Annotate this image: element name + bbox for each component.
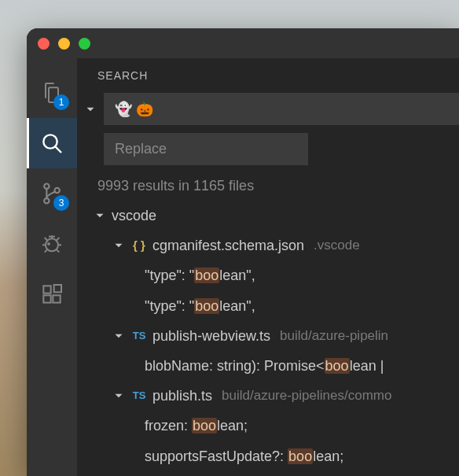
window-body: 1 3 <box>27 58 459 476</box>
chevron-down-icon[interactable] <box>112 329 126 343</box>
tree-file-row[interactable]: TS publish-webview.ts build/azure-pipeli… <box>82 321 459 351</box>
chevron-down-icon[interactable] <box>93 208 107 223</box>
file-path: .vscode <box>314 233 360 258</box>
svg-point-0 <box>43 135 57 148</box>
activity-bar: 1 3 <box>27 58 77 476</box>
match-highlight: boo <box>194 268 219 283</box>
replace-row <box>77 125 459 165</box>
match-highlight: boo <box>288 448 313 464</box>
json-file-icon: { } <box>130 234 148 257</box>
results-summary: 9993 results in 1165 files <box>77 165 459 201</box>
extensions-icon <box>39 282 64 307</box>
search-row <box>77 93 459 125</box>
match-line: "type": "boolean", <box>145 293 255 319</box>
svg-rect-18 <box>53 295 60 302</box>
chevron-down-icon[interactable] <box>112 389 126 403</box>
sidebar-header: SEARCH <box>77 58 459 93</box>
window-minimize-button[interactable] <box>58 38 70 50</box>
activity-explorer[interactable]: 1 <box>27 68 77 118</box>
file-name: publish-webview.ts <box>152 323 270 349</box>
chevron-down-icon[interactable] <box>112 238 126 253</box>
debug-icon <box>39 231 64 256</box>
match-row[interactable]: supportsFastUpdate?: boolean; <box>82 441 459 471</box>
search-sidebar: SEARCH 9993 results in 1165 files vscode <box>77 58 459 476</box>
window-maximize-button[interactable] <box>79 38 90 50</box>
activity-extensions[interactable] <box>27 269 77 319</box>
svg-line-12 <box>45 249 47 252</box>
file-name: publish.ts <box>152 382 212 409</box>
svg-line-13 <box>57 249 59 252</box>
svg-line-10 <box>45 238 47 240</box>
match-line: frozen: boolean; <box>145 412 248 439</box>
svg-line-1 <box>56 147 61 153</box>
svg-rect-17 <box>43 295 50 302</box>
svg-point-5 <box>46 238 58 251</box>
scm-badge: 3 <box>53 195 69 211</box>
match-highlight: boo <box>325 358 350 374</box>
svg-point-2 <box>44 183 49 188</box>
match-line: "type": "boolean", <box>145 262 255 289</box>
results-tree: vscode { } cgmanifest.schema.json .vscod… <box>77 201 459 471</box>
svg-line-11 <box>57 238 59 240</box>
activity-source-control[interactable]: 3 <box>27 168 77 219</box>
svg-point-3 <box>44 198 49 203</box>
titlebar[interactable] <box>27 28 459 58</box>
activity-debug[interactable] <box>27 219 77 269</box>
file-path: build/azure-pipelines/commo <box>222 383 391 408</box>
window-close-button[interactable] <box>38 38 50 50</box>
svg-rect-19 <box>54 285 61 292</box>
search-icon <box>39 131 64 156</box>
match-line: blobName: string): Promise<boolean | <box>145 352 384 379</box>
replace-input[interactable] <box>104 133 308 165</box>
match-row[interactable]: frozen: boolean; <box>82 411 459 441</box>
tree-file-row[interactable]: { } cgmanifest.schema.json .vscode <box>82 231 459 260</box>
folder-label: vscode <box>112 202 156 229</box>
activity-search[interactable] <box>27 118 77 168</box>
match-line: supportsFastUpdate?: boolean; <box>145 443 343 470</box>
file-name: cgmanifest.schema.json <box>152 232 304 259</box>
file-path: build/azure-pipelin <box>280 323 388 349</box>
match-highlight: boo <box>194 298 219 314</box>
match-row[interactable]: "type": "boolean", <box>82 291 459 321</box>
match-row[interactable]: "type": "boolean", <box>82 260 459 290</box>
match-highlight: boo <box>192 418 217 434</box>
match-row[interactable]: blobName: string): Promise<boolean | <box>82 351 459 381</box>
ts-file-icon: TS <box>130 327 148 346</box>
explorer-badge: 1 <box>53 94 69 110</box>
search-input[interactable] <box>104 93 459 125</box>
tree-file-row[interactable]: TS publish.ts build/azure-pipelines/comm… <box>82 381 459 411</box>
toggle-replace-icon[interactable] <box>83 102 97 116</box>
svg-rect-16 <box>43 286 50 293</box>
chevron-down-icon <box>83 102 97 116</box>
app-window: 1 3 <box>27 28 459 476</box>
svg-point-4 <box>54 188 59 193</box>
ts-file-icon: TS <box>130 386 148 406</box>
tree-folder-row[interactable]: vscode <box>82 201 459 231</box>
